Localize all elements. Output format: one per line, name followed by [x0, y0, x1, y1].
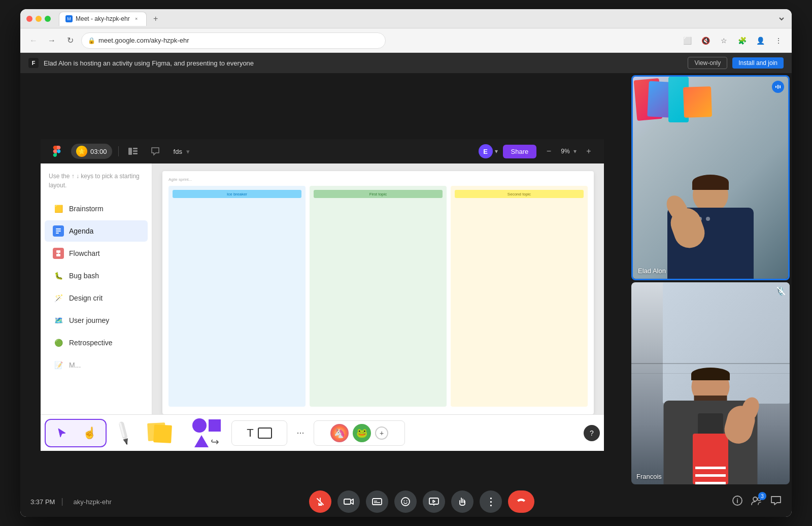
minimize-window-button[interactable]: [36, 16, 42, 22]
svg-rect-2: [133, 150, 138, 152]
active-tab[interactable]: M Meet - aky-hzpk-ehr ×: [59, 12, 147, 26]
help-button[interactable]: ?: [584, 425, 600, 441]
sidebar-item-more[interactable]: 📝 M...: [45, 354, 148, 376]
ice-breaker-column: Ice breaker: [168, 186, 306, 407]
meeting-id: aky-hzpk-ehr: [74, 498, 112, 506]
svg-point-27: [406, 501, 407, 502]
svg-rect-8: [56, 254, 60, 256]
sidebar-item-design-crit[interactable]: 🪄 Design crit: [45, 287, 148, 309]
url-bar[interactable]: 🔒 meet.google.com/aky-hzpk-ehr: [81, 32, 386, 49]
figma-menu-button[interactable]: [49, 143, 65, 159]
file-title: fds ▾: [174, 148, 190, 155]
end-call-button[interactable]: [508, 490, 534, 513]
svg-rect-5: [56, 231, 61, 232]
add-plugin-button[interactable]: +: [375, 426, 388, 440]
close-window-button[interactable]: [26, 16, 32, 22]
video-panel-elad: Elad Alon: [631, 75, 790, 280]
sidebar-item-agenda[interactable]: Agenda: [45, 220, 148, 242]
present-button[interactable]: [423, 490, 445, 513]
profiles-button[interactable]: 👤: [753, 34, 767, 48]
plugin-icon-1[interactable]: 🦄: [330, 424, 349, 442]
user-avatar[interactable]: E: [479, 144, 493, 158]
svg-point-35: [753, 497, 757, 501]
new-tab-button[interactable]: +: [149, 12, 163, 26]
back-button[interactable]: ←: [26, 34, 41, 48]
first-topic-header: First topic: [314, 190, 443, 198]
svg-rect-1: [133, 148, 138, 149]
video-panel-francois: 🎙️ Francois: [631, 282, 790, 484]
hand-tool[interactable]: ☝️: [76, 420, 103, 446]
refresh-button[interactable]: ↻: [63, 34, 77, 48]
sidebar-item-flowchart[interactable]: Flowchart: [45, 243, 148, 264]
toolbar-separator: [118, 146, 119, 156]
ellipsis-icon: ···: [296, 428, 304, 438]
menu-button[interactable]: ⋮: [771, 34, 786, 48]
install-join-button[interactable]: Install and join: [732, 57, 784, 69]
captions-button[interactable]: [366, 490, 388, 513]
sidebar-item-bug-bash[interactable]: 🐛 Bug bash: [45, 265, 148, 286]
share-button[interactable]: Share: [503, 145, 537, 158]
camera-button[interactable]: [337, 490, 360, 513]
sidebar-item-user-journey[interactable]: 🗺️ User journey: [45, 310, 148, 331]
sidebar-item-label: Flowchart: [69, 249, 100, 257]
svg-rect-0: [128, 148, 132, 155]
forward-button[interactable]: →: [45, 34, 59, 48]
help-icon: ?: [590, 429, 594, 437]
svg-point-26: [403, 501, 404, 502]
second-topic-header: Second topic: [455, 190, 584, 198]
pen-tool[interactable]: [109, 420, 139, 446]
canvas-title: Agile sprint...: [168, 177, 588, 182]
svg-rect-16: [780, 85, 781, 88]
zoom-in-button[interactable]: +: [582, 144, 596, 158]
pages-button[interactable]: [125, 143, 141, 159]
comments-button[interactable]: [147, 143, 163, 159]
plugins-group: 🦄 🐸 +: [314, 420, 405, 446]
svg-rect-3: [133, 153, 138, 154]
mute-site-button[interactable]: 🔇: [698, 34, 713, 48]
sidebar-item-retrospective[interactable]: 🟢 Retrospective: [45, 332, 148, 353]
tab-bar: M Meet - aky-hzpk-ehr × +: [59, 12, 771, 26]
design-crit-icon: 🪄: [53, 292, 64, 304]
svg-rect-22: [373, 499, 382, 505]
tab-close-button[interactable]: ×: [133, 15, 140, 22]
more-tools-button[interactable]: ···: [289, 420, 312, 446]
more-options-button[interactable]: ⋮: [480, 490, 502, 513]
cursor-icon: [54, 425, 70, 441]
browser-actions: ⬜ 🔇 ☆ 🧩 👤 ⋮: [680, 34, 786, 48]
mute-button[interactable]: [309, 490, 331, 513]
video-panels: Elad Alon: [629, 73, 792, 486]
chat-button[interactable]: [770, 495, 782, 508]
maximize-window-button[interactable]: [45, 16, 51, 22]
bottom-bar: 3:37 PM | aky-hzpk-ehr: [20, 486, 792, 517]
view-only-button[interactable]: View-only: [688, 57, 727, 69]
info-button[interactable]: [732, 495, 743, 508]
activities-button[interactable]: [451, 490, 473, 513]
ice-breaker-header: Ice breaker: [173, 190, 301, 198]
first-topic-column: First topic: [310, 186, 447, 407]
zoom-percentage: 9% ▾: [558, 148, 580, 155]
cursor-tool[interactable]: [49, 420, 75, 446]
flowchart-icon: [53, 248, 64, 259]
svg-point-34: [737, 499, 738, 500]
emoji-button[interactable]: [394, 490, 417, 513]
bookmark-button[interactable]: ☆: [717, 34, 731, 48]
frame-tool[interactable]: [258, 428, 272, 439]
participants-button[interactable]: 3: [751, 495, 762, 508]
sidebar-item-brainstorm[interactable]: 🟨 Brainstorm: [45, 198, 148, 219]
sidebar-item-label: Bug bash: [69, 272, 99, 280]
figma-canvas[interactable]: Agile sprint... Ice breaker: [152, 163, 604, 414]
timer-avatar: ⭐: [76, 146, 87, 157]
user-journey-icon: 🗺️: [53, 315, 64, 326]
text-tool[interactable]: T: [247, 426, 253, 440]
agenda-icon: [53, 225, 64, 237]
svg-marker-12: [123, 438, 129, 445]
window-controls-dropdown[interactable]: [775, 15, 786, 23]
svg-rect-4: [56, 228, 61, 229]
extensions-button[interactable]: 🧩: [735, 34, 749, 48]
screen-cast-button[interactable]: ⬜: [680, 34, 694, 48]
sticky-notes-tool[interactable]: [141, 420, 182, 446]
shapes-tool[interactable]: ↪: [184, 420, 229, 446]
plugin-icon-2[interactable]: 🐸: [353, 424, 371, 442]
sidebar-item-label: Brainstorm: [69, 205, 104, 213]
zoom-out-button[interactable]: −: [542, 144, 556, 158]
